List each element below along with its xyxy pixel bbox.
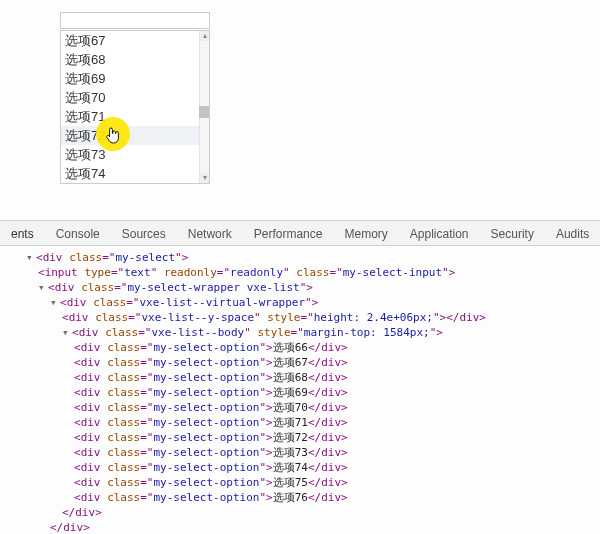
tab-application[interactable]: Application <box>399 221 480 245</box>
select-option[interactable]: 选项70 <box>61 88 209 107</box>
dom-node[interactable]: <div class="my-select-option">选项74</div> <box>4 460 600 475</box>
tab-network[interactable]: Network <box>177 221 243 245</box>
select-option[interactable]: 选项71 <box>61 107 209 126</box>
select-option[interactable]: 选项69 <box>61 69 209 88</box>
dom-node[interactable]: <div class="my-select-option">选项66</div> <box>4 340 600 355</box>
select-input[interactable] <box>60 12 210 29</box>
dom-node[interactable]: </div> <box>4 505 600 520</box>
dom-node[interactable]: ▾<div class="my-select-wrapper vxe-list"… <box>4 280 600 295</box>
select-dropdown: 选项67 选项68 选项69 选项70 选项71 选项72 选项73 选项74 … <box>60 30 210 184</box>
select-option[interactable]: 选项73 <box>61 145 209 164</box>
dom-node[interactable]: ▾<div class="vxe-list--body" style="marg… <box>4 325 600 340</box>
tab-security[interactable]: Security <box>480 221 545 245</box>
tab-sources[interactable]: Sources <box>111 221 177 245</box>
tab-console[interactable]: Console <box>45 221 111 245</box>
devtools-tabs: ents Console Sources Network Performance… <box>0 220 600 246</box>
scroll-up-icon[interactable]: ▴ <box>200 31 210 41</box>
dom-node[interactable]: <div class="my-select-option">选项76</div> <box>4 490 600 505</box>
dom-node[interactable]: <div class="my-select-option">选项73</div> <box>4 445 600 460</box>
scrollbar-thumb[interactable] <box>199 106 209 118</box>
elements-panel[interactable]: ▾<div class="my-select"> <input type="te… <box>0 246 600 534</box>
dom-node[interactable]: ▾<div class="vxe-list--virtual-wrapper"> <box>4 295 600 310</box>
tab-audits[interactable]: Audits <box>545 221 600 245</box>
dom-node[interactable]: <div class="my-select-option">选项72</div> <box>4 430 600 445</box>
select-option[interactable]: 选项68 <box>61 50 209 69</box>
dom-node[interactable]: <div class="my-select-option">选项75</div> <box>4 475 600 490</box>
select-option[interactable]: 选项74 <box>61 164 209 183</box>
dom-node[interactable]: <div class="my-select-option">选项70</div> <box>4 400 600 415</box>
dom-node[interactable]: ▾<div class="my-select"> <box>4 250 600 265</box>
dom-node[interactable]: <input type="text" readonly="readonly" c… <box>4 265 600 280</box>
dom-node[interactable]: </div> <box>4 520 600 534</box>
tab-performance[interactable]: Performance <box>243 221 334 245</box>
dom-node[interactable]: <div class="my-select-option">选项71</div> <box>4 415 600 430</box>
tab-memory[interactable]: Memory <box>333 221 398 245</box>
select-option[interactable]: 选项72 <box>61 126 209 145</box>
select-option[interactable]: 选项67 <box>61 31 209 50</box>
scrollbar[interactable]: ▴ ▾ <box>199 31 209 183</box>
dom-node[interactable]: <div class="my-select-option">选项67</div> <box>4 355 600 370</box>
dom-node[interactable]: <div class="my-select-option">选项68</div> <box>4 370 600 385</box>
tab-elements[interactable]: ents <box>0 221 45 245</box>
dom-node[interactable]: <div class="my-select-option">选项69</div> <box>4 385 600 400</box>
scroll-down-icon[interactable]: ▾ <box>200 173 210 183</box>
dom-node[interactable]: <div class="vxe-list--y-space" style="he… <box>4 310 600 325</box>
